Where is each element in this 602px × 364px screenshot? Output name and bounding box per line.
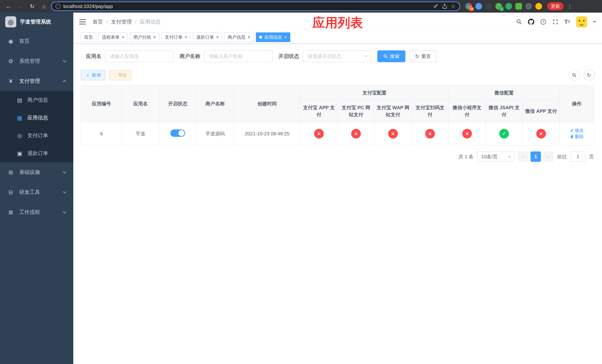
user-avatar[interactable] [576, 16, 587, 27]
breadcrumb-separator: / [106, 19, 108, 25]
export-button[interactable]: ↓导出 [109, 70, 132, 80]
extension-icon-3[interactable] [485, 3, 492, 10]
merchant-name-input[interactable] [204, 50, 272, 62]
avatar-caret-icon[interactable] [593, 21, 596, 24]
tab-label: 首页 [84, 34, 93, 40]
chrome-update-button[interactable]: 更新 [547, 2, 563, 10]
sidebar-item-payment[interactable]: ¥ 支付管理 [0, 71, 73, 91]
cell-actions: 修改删除 [559, 122, 594, 145]
share-icon[interactable] [442, 3, 447, 9]
current-page-button[interactable]: 1 [531, 151, 541, 162]
extension-puzzle-icon[interactable] [525, 3, 532, 10]
sidebar-logo-row[interactable]: 芋道管理系统 [0, 13, 73, 31]
tab-close-icon[interactable]: × [122, 35, 124, 39]
page-annotation-title: 应用列表 [312, 14, 363, 31]
toggle-search-icon[interactable] [569, 70, 580, 81]
tab-label: 用户分组 [133, 34, 151, 40]
extension-icon-4[interactable]: 1 [495, 3, 502, 10]
tab-close-icon[interactable]: × [185, 35, 187, 39]
tab-user-group[interactable]: 用户分组× [130, 32, 159, 42]
chevron-down-icon [508, 156, 511, 159]
screen: ← → ↻ ⌂ i localhost:1024/pay/app ☆ 10 1 … [0, 0, 602, 364]
sidebar-item-workflow[interactable]: ⊠ 工作流程 [0, 202, 73, 222]
tab-label: 应用信息 [264, 34, 282, 40]
reload-icon[interactable]: ↻ [27, 1, 37, 11]
forward-icon[interactable]: → [16, 1, 25, 11]
table-toolbar: ＋新增 ↓导出 ↻ [81, 70, 595, 81]
search-icon[interactable] [516, 19, 522, 25]
sidebar-collapse-icon[interactable] [79, 19, 86, 24]
prev-page-button[interactable]: ‹ [518, 151, 528, 162]
extension-icon-5[interactable] [505, 3, 512, 10]
alipay-app-status-icon [314, 129, 324, 139]
wechat-lite-status-icon [462, 129, 472, 139]
plus-icon: ＋ [86, 72, 90, 78]
download-icon: ↓ [114, 73, 116, 78]
browser-menu-icon[interactable]: ⋮ [567, 3, 572, 10]
bookmark-star-icon[interactable]: ☆ [451, 3, 456, 10]
tab-refund-order[interactable]: 退款订单× [193, 32, 222, 42]
delete-button[interactable]: 删除 [570, 134, 584, 139]
sidebar-item-system[interactable]: ⚙ 系统管理 [0, 51, 73, 71]
cell-status [159, 122, 196, 145]
tab-merchant-info[interactable]: 商户信息× [224, 32, 254, 42]
sidebar-item-home[interactable]: ◉ 首页 [0, 31, 73, 51]
sidebar-item-devtools[interactable]: ⊟ 研发工具 [0, 182, 73, 202]
password-key-icon[interactable] [433, 3, 439, 9]
app-name-input[interactable] [105, 50, 174, 62]
goto-page-input[interactable] [570, 151, 585, 162]
extension-icon-1[interactable]: 10 [465, 3, 472, 10]
page-size-select[interactable]: 10条/页 [477, 151, 514, 162]
reset-button[interactable]: ↻重置 [409, 50, 437, 62]
grid-icon: ▦ [16, 115, 23, 121]
url-text[interactable]: localhost:1024/pay/app [63, 3, 430, 9]
sidebar-item-infra[interactable]: ⊞ 基础设施 [0, 162, 73, 182]
github-icon[interactable] [528, 19, 534, 25]
sidebar-subitem-app-info[interactable]: ▦ 应用信息 [0, 109, 73, 127]
sidebar-subitem-merchant[interactable]: ▤ 商户信息 [0, 91, 73, 109]
extension-emoji-icon[interactable] [535, 3, 542, 10]
svg-text:?: ? [542, 20, 544, 24]
card-icon: ▤ [16, 97, 23, 103]
top-navbar: 首页 / 支付管理 / 应用信息 应用列表 ? TT [73, 13, 602, 31]
refresh-table-icon[interactable]: ↻ [583, 70, 595, 81]
tab-close-icon[interactable]: × [216, 35, 219, 39]
col-app-id: 应用编号 [81, 85, 122, 122]
tab-app-info[interactable]: 应用信息× [256, 32, 290, 42]
tags-view-bar: 首页 流程表单× 用户分组× 支付订单× 退款订单× 商户信息× 应用信息× [73, 31, 602, 44]
status-select[interactable]: 请选择开启状态 [303, 50, 371, 62]
sidebar-subitem-pay-order[interactable]: ◎ 支付订单 [0, 127, 73, 144]
tab-pay-order[interactable]: 支付订单× [161, 32, 191, 42]
tab-process-form[interactable]: 流程表单× [98, 32, 128, 42]
sidebar-subitem-refund-order[interactable]: ▣ 退款订单 [0, 144, 73, 162]
group-alipay-config: 支付宝配置 [301, 85, 449, 100]
font-size-icon[interactable]: TT [564, 19, 570, 25]
col-alipay-app: 支付宝 APP 支付 [301, 100, 337, 122]
alipay-qr-status-icon [425, 129, 435, 139]
tab-home[interactable]: 首页 [81, 32, 96, 42]
col-wechat-jsapi: 微信 JSAPI 支付 [485, 100, 523, 122]
add-button[interactable]: ＋新增 [81, 70, 106, 80]
extension-icon-6[interactable] [515, 3, 522, 10]
edit-button[interactable]: 修改 [570, 127, 584, 133]
tab-close-icon[interactable]: × [153, 35, 156, 39]
status-toggle[interactable] [170, 129, 185, 137]
breadcrumb-payment[interactable]: 支付管理 [111, 18, 132, 25]
home-icon[interactable]: ⌂ [39, 1, 49, 11]
help-icon[interactable]: ? [540, 19, 547, 25]
target-icon: ◎ [16, 132, 23, 139]
payment-submenu: ▤ 商户信息 ▦ 应用信息 ◎ 支付订单 ▣ 退款订单 [0, 91, 73, 162]
tab-close-icon[interactable]: × [248, 35, 250, 39]
chevron-down-icon [63, 210, 66, 214]
extension-icon-2[interactable] [475, 3, 482, 10]
next-page-button[interactable]: › [543, 151, 553, 162]
extension-badge-green: 1 [499, 7, 504, 11]
reset-button-label: 重置 [421, 53, 431, 60]
address-bar[interactable]: i localhost:1024/pay/app ☆ [51, 1, 460, 11]
site-info-icon[interactable]: i [55, 4, 61, 9]
breadcrumb-home[interactable]: 首页 [93, 18, 103, 25]
fullscreen-icon[interactable] [552, 19, 558, 25]
back-icon[interactable]: ← [4, 1, 13, 11]
tab-close-icon[interactable]: × [284, 35, 287, 39]
search-button[interactable]: 搜索 [377, 50, 405, 62]
